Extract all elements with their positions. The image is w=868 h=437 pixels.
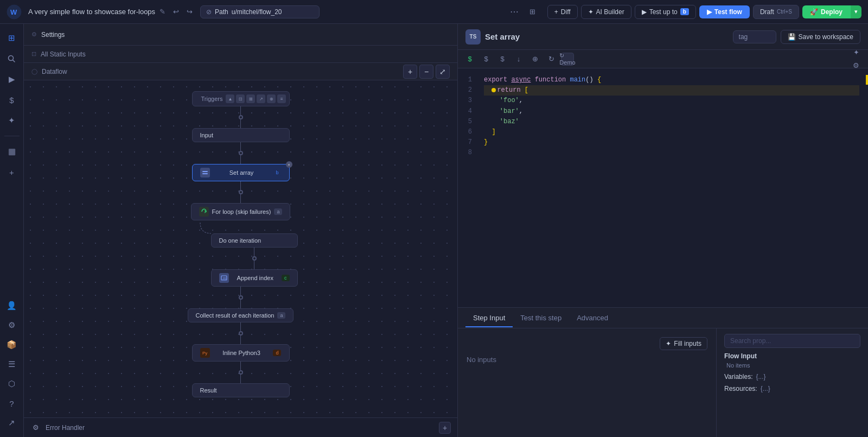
sidebar-icon-plus-nav[interactable]: +	[2, 162, 22, 182]
append-index-node[interactable]: JS Append index c	[211, 269, 298, 287]
fill-inputs-button[interactable]: ✦ Fill inputs	[660, 337, 707, 350]
for-loop-node[interactable]: For loop (skip failures) a	[191, 203, 291, 220]
sidebar-icon-calendar[interactable]: ▦	[2, 142, 22, 161]
sidebar-icon-box[interactable]: 📦	[2, 335, 22, 354]
connector-6	[240, 194, 241, 203]
trigger-icon-2: ⊡	[236, 94, 245, 103]
inputs-panel: ✦ Fill inputs No inputs Flow Input No it…	[458, 328, 868, 437]
sidebar-icon-users[interactable]: 👤	[2, 296, 22, 315]
code-tool-input[interactable]: ↓	[512, 53, 525, 66]
iteration-group: Do one iteration JS Append index c	[211, 233, 298, 287]
sidebar-icon-play[interactable]: ▶	[2, 69, 22, 89]
tag-select[interactable]: tag	[733, 30, 776, 43]
sidebar-icon-apps[interactable]: ⬡	[2, 374, 22, 394]
redo-button[interactable]: ↪	[183, 5, 196, 18]
save-to-workspace-button[interactable]: 💾 Save to workspace	[781, 30, 860, 44]
loop-curve-svg	[195, 223, 227, 233]
flow-panel: ⚙ Settings ⊡ All Static Inputs ◯ Dataflo…	[24, 24, 458, 437]
sidebar-icon-grid[interactable]: ⊞	[2, 28, 22, 48]
gutter-indicator-area	[866, 68, 868, 307]
code-tool-output[interactable]: ⊕	[528, 53, 541, 66]
triggers-node[interactable]: Triggers ▲ ⊡ ⊞ ↗ ⊕ ≡	[192, 91, 290, 106]
trigger-icon-6: ≡	[277, 94, 286, 103]
inline-python3-label: Inline Python3	[222, 350, 260, 356]
inline-python3-node[interactable]: Py Inline Python3 d	[192, 344, 290, 362]
sidebar-icon-layers[interactable]: ☰	[2, 354, 22, 374]
input-node-label: Input	[200, 132, 213, 138]
layout-toggle-button[interactable]: ⊞	[526, 5, 539, 18]
connector-circle-3	[239, 190, 243, 194]
more-options-button[interactable]: ⋯	[507, 5, 522, 18]
collect-result-node[interactable]: Collect result of each iteration a	[188, 308, 294, 322]
plus-icon: +	[554, 8, 558, 16]
tab-step-input[interactable]: Step Input	[465, 309, 513, 327]
save-icon: 💾	[788, 33, 796, 41]
save-label: Save to workspace	[799, 33, 853, 41]
deploy-main-button[interactable]: 🚀 Deploy	[802, 5, 850, 18]
set-array-node[interactable]: Set array b	[192, 164, 290, 181]
no-items-label: No items	[724, 362, 860, 369]
diff-button[interactable]: + Diff	[547, 5, 578, 19]
connector-7	[254, 248, 254, 256]
flow-canvas: Triggers ▲ ⊡ ⊞ ↗ ⊕ ≡ Input	[24, 80, 457, 437]
code-editor-wrapper: 12345678 export async function main() { …	[458, 68, 868, 307]
undo-button[interactable]: ↩	[170, 5, 182, 18]
deploy-arrow-button[interactable]: ▾	[850, 5, 861, 18]
error-handler-plus-button[interactable]: +	[439, 422, 451, 434]
connector-13	[240, 362, 241, 370]
code-line-4: 'bar',	[484, 107, 523, 115]
edit-icon[interactable]: ✎	[159, 8, 165, 16]
flow-subheader: ⊡ All Static Inputs	[24, 46, 457, 63]
demo-button[interactable]: ↻ Demo	[561, 53, 574, 66]
set-array-badge: b	[273, 169, 281, 176]
tab-test-this-step[interactable]: Test this step	[513, 309, 569, 327]
close-set-array-button[interactable]: ×	[286, 161, 292, 168]
connector-circle-2	[239, 151, 243, 155]
code-pre[interactable]: export async function main() { return [ …	[477, 68, 866, 307]
code-tool-dollar2[interactable]: $	[480, 53, 493, 66]
badge-b: b	[680, 8, 689, 15]
play-icon-primary: ▶	[707, 8, 712, 16]
result-node[interactable]: Result	[192, 383, 290, 397]
code-tool-dollar1[interactable]: $	[463, 53, 476, 66]
sidebar-icon-gear[interactable]: ⚙	[2, 315, 22, 335]
code-line-3: 'foo',	[484, 97, 523, 104]
tab-advanced[interactable]: Advanced	[569, 309, 616, 327]
resources-value: {...}	[761, 385, 770, 392]
test-flow-button[interactable]: ▶ Test flow	[699, 5, 750, 18]
resources-section: Resources: {...}	[724, 385, 860, 392]
search-prop-input[interactable]	[724, 334, 860, 348]
zoom-in-button[interactable]: +	[403, 65, 417, 79]
test-up-to-button[interactable]: ▶ Test up to b	[635, 5, 696, 19]
variables-value: {...}	[756, 373, 765, 381]
connector-4	[240, 155, 241, 164]
code-tool-refresh[interactable]: ↻	[545, 53, 558, 66]
trigger-icon-5: ⊕	[267, 94, 276, 103]
step-title-input[interactable]	[485, 32, 729, 41]
input-node[interactable]: Input	[192, 128, 290, 142]
code-tool-dollar3[interactable]: $	[496, 53, 509, 66]
code-tool-wand[interactable]: ✦	[850, 46, 863, 59]
fit-view-button[interactable]: ⤢	[436, 65, 450, 79]
sidebar-icon-expand[interactable]: ↗	[2, 413, 22, 433]
main-layout: ⊞ ▶ $ ✦ ▦ + 👤 ⚙ 📦 ☰ ⬡ ? ↗ ⚙ Settings ⊡ A…	[0, 24, 868, 437]
sidebar-icon-search[interactable]	[2, 49, 22, 68]
do-one-iteration-label: Do one iteration	[219, 237, 261, 244]
connector-8	[254, 261, 254, 269]
inline-python3-badge: d	[273, 350, 281, 356]
flow-nodes: Triggers ▲ ⊡ ⊞ ↗ ⊕ ≡ Input	[184, 91, 298, 397]
ai-builder-button[interactable]: ✦ AI Builder	[581, 5, 631, 19]
trigger-icons-group: ▲ ⊡ ⊞ ↗ ⊕ ≡	[226, 94, 286, 103]
connector-1	[240, 106, 241, 115]
zoom-out-button[interactable]: −	[419, 65, 433, 79]
gutter-warning-indicator	[866, 75, 868, 85]
sidebar-icon-dollar[interactable]: $	[2, 90, 22, 110]
code-toolbar: $ $ $ ↓ ⊕ ↻ ↻ Demo ✦ ⚙	[458, 50, 868, 68]
collect-result-badge: a	[277, 312, 285, 319]
sidebar-icon-star[interactable]: ✦	[2, 111, 22, 130]
sidebar-icon-help[interactable]: ?	[2, 394, 22, 413]
draft-button[interactable]: Draft Ctrl+S	[753, 5, 799, 19]
bottom-panel: Step Input Test this step Advanced ✦ Fil…	[458, 307, 868, 437]
do-one-iteration-node[interactable]: Do one iteration	[211, 233, 298, 248]
path-value: u/mitchel/flow_20	[232, 8, 282, 16]
